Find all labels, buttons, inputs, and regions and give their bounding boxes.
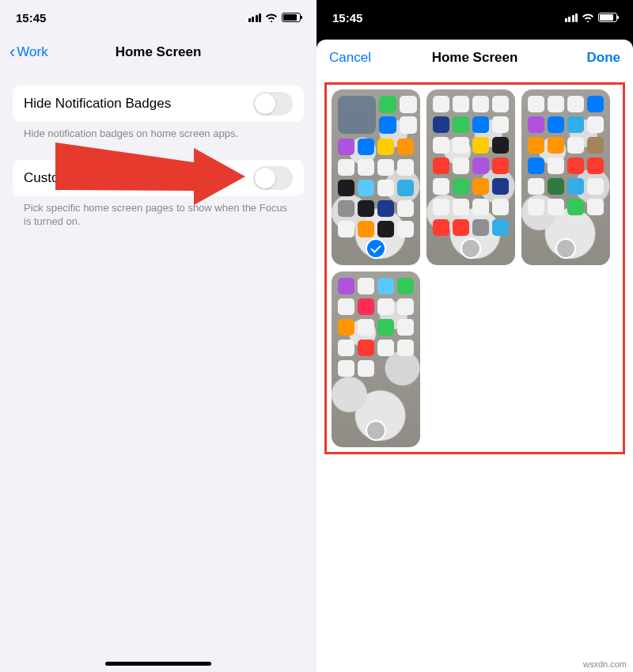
back-button[interactable]: ‹ Work	[9, 44, 48, 61]
home-page-thumb-4[interactable]	[332, 271, 420, 447]
app-icon	[453, 96, 469, 112]
app-icon	[587, 178, 604, 195]
app-icon	[358, 360, 374, 377]
home-page-thumb-3[interactable]	[521, 89, 610, 265]
app-icon	[548, 199, 564, 215]
app-icon	[400, 116, 417, 134]
app-icon	[358, 139, 374, 155]
app-icon	[548, 158, 564, 174]
battery-icon	[598, 13, 617, 22]
app-icon	[453, 199, 469, 215]
app-icon	[338, 340, 354, 356]
page-select-unchecked-icon[interactable]	[461, 238, 481, 259]
app-icon	[472, 199, 489, 215]
app-icon	[397, 319, 414, 336]
toggle-custom-pages[interactable]	[253, 166, 293, 190]
home-indicator[interactable]	[105, 662, 211, 666]
sheet-nav: Cancel Home Screen Done	[316, 40, 633, 76]
callout-box	[324, 82, 625, 454]
page-select-checked-icon[interactable]	[366, 238, 386, 259]
home-page-thumb-2[interactable]	[426, 89, 515, 265]
app-icon	[338, 200, 354, 217]
app-icon	[528, 96, 544, 112]
app-icon	[433, 116, 449, 133]
app-icon	[358, 298, 374, 315]
right-screenshot: 15:45 Cancel Home Screen Done	[316, 0, 633, 672]
app-icon	[492, 178, 509, 195]
app-icon	[338, 221, 354, 237]
row-hide-badges[interactable]: Hide Notification Badges	[13, 85, 304, 122]
app-icon	[587, 199, 604, 215]
row-caption: Pick specific home screen pages to show …	[13, 196, 304, 248]
app-icon	[338, 278, 354, 294]
app-icon	[377, 319, 394, 336]
row-custom-pages[interactable]: Custom Pages	[13, 160, 304, 196]
app-icon	[397, 340, 414, 356]
app-icon	[397, 159, 414, 176]
weather-widget	[338, 96, 376, 134]
app-icon	[433, 96, 449, 112]
page-picker-sheet: Cancel Home Screen Done	[316, 40, 633, 672]
nav-bar: ‹ Work Home Screen	[0, 35, 316, 70]
status-bar: 15:45	[0, 0, 316, 35]
app-icon	[587, 158, 604, 174]
app-icon	[587, 116, 604, 133]
wifi-icon	[265, 13, 278, 22]
page-grid	[332, 89, 618, 447]
page-select-unchecked-icon[interactable]	[555, 238, 576, 259]
app-icon	[472, 178, 489, 195]
app-icon	[567, 199, 584, 215]
app-icon	[492, 96, 509, 112]
toggle-hide-badges[interactable]	[253, 92, 293, 116]
app-icon	[548, 137, 564, 154]
app-icon	[377, 139, 394, 155]
done-button[interactable]: Done	[587, 50, 621, 66]
app-icon	[433, 219, 449, 236]
app-icon	[472, 96, 489, 112]
app-icon	[379, 96, 396, 113]
app-icon	[400, 96, 417, 113]
row-caption: Hide notification badges on home screen …	[13, 122, 304, 160]
app-icon	[472, 137, 489, 154]
back-label: Work	[17, 44, 47, 60]
app-icon	[377, 200, 394, 217]
app-icon	[358, 319, 374, 336]
app-icon	[492, 158, 509, 174]
app-icon	[472, 219, 489, 236]
app-icon	[433, 158, 449, 174]
app-icon	[338, 319, 354, 336]
app-icon	[567, 137, 584, 154]
app-icon	[492, 137, 509, 154]
row-label: Hide Notification Badges	[24, 96, 171, 112]
wifi-icon	[582, 13, 594, 22]
app-icon	[567, 178, 584, 195]
left-screenshot: 15:45 ‹ Work Home Screen Hide Notificati…	[0, 0, 316, 672]
app-icon	[548, 96, 564, 112]
app-icon	[397, 221, 414, 237]
app-icon	[472, 158, 489, 174]
app-icon	[358, 340, 374, 356]
app-icon	[567, 116, 584, 133]
app-icon	[548, 178, 564, 195]
home-indicator[interactable]	[422, 662, 528, 666]
app-icon	[397, 200, 414, 217]
home-page-thumb-1[interactable]	[332, 89, 420, 265]
app-icon	[338, 180, 354, 196]
app-icon	[358, 221, 374, 237]
app-icon	[377, 278, 394, 294]
app-icon	[453, 137, 469, 154]
app-icon	[528, 199, 544, 215]
status-time: 15:45	[16, 11, 46, 25]
app-icon	[358, 159, 374, 176]
status-bar: 15:45	[316, 0, 633, 35]
page-select-unchecked-icon[interactable]	[366, 420, 386, 441]
app-icon	[492, 116, 509, 133]
cancel-button[interactable]: Cancel	[329, 50, 371, 66]
app-icon	[358, 200, 374, 217]
app-icon	[377, 180, 394, 196]
app-icon	[397, 180, 414, 196]
app-icon	[433, 199, 449, 215]
app-icon	[338, 139, 354, 155]
app-icon	[567, 158, 584, 174]
app-icon	[492, 219, 509, 236]
